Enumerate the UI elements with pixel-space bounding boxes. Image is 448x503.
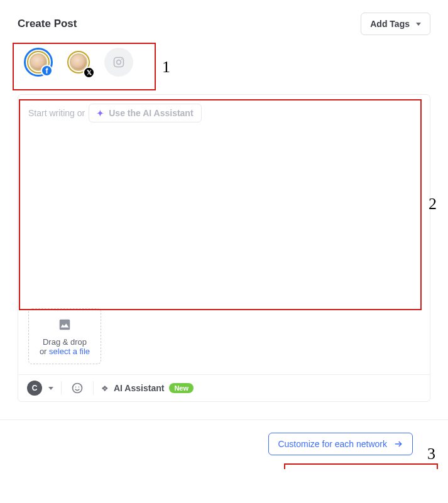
annotation-number-3: 3 <box>427 445 435 463</box>
media-dropzone[interactable]: Drag & drop or select a file <box>28 308 101 364</box>
ai-assistant-label: AI Assistant <box>114 383 164 393</box>
arrow-right-icon <box>393 440 403 448</box>
image-icon <box>34 318 96 333</box>
placeholder-text: Start writing or <box>28 108 85 118</box>
customize-for-each-network-button[interactable]: Customize for each network <box>268 433 413 455</box>
new-badge: New <box>169 383 194 393</box>
variant-dropdown[interactable] <box>48 387 53 390</box>
post-text-input[interactable]: Start writing or ✦ Use the AI Assistant <box>18 95 430 301</box>
magic-wand-icon: ✦ <box>97 109 104 118</box>
dropzone-line2-prefix: or <box>40 347 49 356</box>
svg-point-5 <box>79 387 80 388</box>
dropzone-line1: Drag & drop <box>34 337 96 347</box>
variant-chip[interactable]: C <box>27 381 42 396</box>
magic-wand-icon: ❖ <box>101 384 109 393</box>
svg-rect-0 <box>114 58 124 67</box>
instagram-icon <box>112 55 126 69</box>
svg-point-1 <box>117 60 121 65</box>
composer-toolbar: C ❖ AI Assistant New <box>18 374 430 401</box>
annotation-number-2: 2 <box>429 195 437 214</box>
account-instagram[interactable] <box>104 48 133 77</box>
ai-assistant-button[interactable]: ❖ AI Assistant New <box>101 383 194 393</box>
use-ai-assistant-button[interactable]: ✦ Use the AI Assistant <box>89 104 201 122</box>
account-x[interactable]: 𝕏 <box>64 48 93 77</box>
svg-point-2 <box>121 59 123 60</box>
accounts-row: f 𝕏 <box>18 48 430 77</box>
chevron-down-icon <box>416 23 421 26</box>
composer-card: Start writing or ✦ Use the AI Assistant … <box>18 94 430 402</box>
x-icon: 𝕏 <box>83 67 95 78</box>
account-facebook[interactable]: f <box>24 48 53 77</box>
emoji-button[interactable] <box>69 380 85 396</box>
svg-point-3 <box>73 384 82 393</box>
add-tags-label: Add Tags <box>370 19 410 29</box>
separator <box>93 381 94 395</box>
select-file-link[interactable]: select a file <box>49 347 90 356</box>
annotation-number-1: 1 <box>162 58 170 77</box>
svg-point-4 <box>75 387 77 388</box>
facebook-icon: f <box>41 65 53 77</box>
customize-label: Customize for each network <box>278 439 387 449</box>
ai-assistant-inline-label: Use the AI Assistant <box>109 108 193 118</box>
add-tags-button[interactable]: Add Tags <box>361 13 430 35</box>
page-title: Create Post <box>18 18 77 30</box>
separator <box>61 381 62 395</box>
